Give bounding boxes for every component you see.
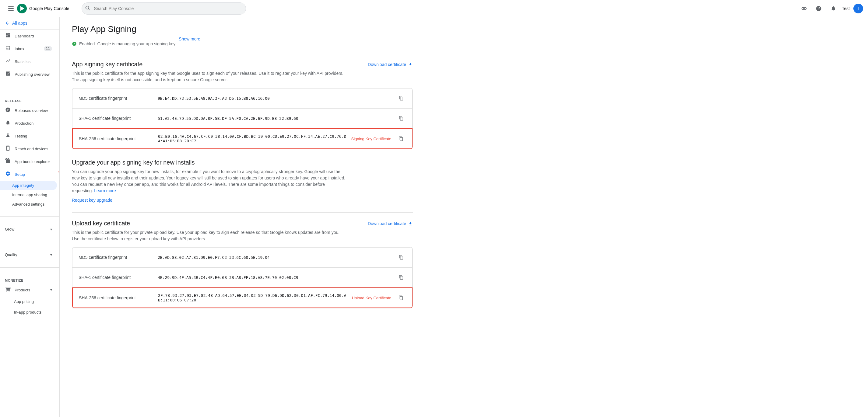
upload-section-divider [72,212,413,213]
avatar[interactable]: T [854,4,863,13]
sidebar-item-inbox[interactable]: Inbox 11 [0,42,57,55]
upload-download-icon [408,221,413,226]
sidebar-item-quality[interactable]: Quality ▾ [0,249,57,260]
testing-icon [5,133,11,139]
upload-key-title: Upload key certificate [72,220,130,227]
signing-key-desc: This is the public certificate for the a… [72,70,346,83]
testing-label: Testing [14,134,27,138]
sha1-label: SHA-1 certificate fingerprint [79,116,158,121]
upload-md5-copy-button[interactable] [396,252,406,262]
page-subtitle: Enabled Google is managing your app sign… [72,36,413,51]
signing-key-download-button[interactable]: Download certificate [368,62,413,67]
dashboard-icon [5,33,11,39]
monetize-section-label: Monetize [0,275,59,283]
svg-rect-0 [8,6,14,7]
logo: Google Play Console [17,4,69,13]
reach-devices-label: Reach and devices [14,147,49,151]
publishing-overview-label: Publishing overview [14,72,50,77]
signing-cert-table: MD5 certificate fingerprint 9B:E4:DD:73:… [72,88,413,149]
menu-icon[interactable] [5,2,17,14]
signing-download-label: Download certificate [368,62,406,67]
upload-key-desc: This is the public certificate for your … [72,229,346,242]
sidebar-sub-item-internal-app-sharing[interactable]: Internal app sharing [0,190,57,200]
upload-sha1-label: SHA-1 certificate fingerprint [79,275,158,280]
sidebar-sub-item-advanced-settings[interactable]: Advanced settings [0,200,57,209]
upload-key-download-button[interactable]: Download certificate [368,221,413,226]
release-section-label: Release [0,96,59,104]
help-icon-button[interactable] [813,2,825,14]
upload-download-label: Download certificate [368,221,406,226]
content-area: Play App Signing Enabled Google is manag… [60,17,425,325]
setup-icon [5,171,11,178]
products-expand-icon: ▾ [50,288,52,292]
upload-sha256-copy-button[interactable] [396,293,406,303]
show-more-link[interactable]: Show more [179,36,200,41]
signing-cert-row-sha256: SHA-256 certificate fingerprint 02:B0:16… [72,128,412,149]
section-divider-quality [0,242,59,242]
sidebar-item-app-bundle-explorer[interactable]: App bundle explorer [0,155,57,168]
upload-sha1-value: 4E:29:9D:4F:A5:3B:C4:4F:E0:6B:3B:A8:FF:1… [158,275,396,280]
upgrade-desc: You can upgrade your app signing key for… [72,169,346,194]
md5-label: MD5 certificate fingerprint [79,96,158,101]
signing-key-section: App signing key certificate Download cer… [72,61,413,149]
sidebar-item-app-pricing[interactable]: App pricing [0,296,57,307]
sidebar-item-publishing-overview[interactable]: Publishing overview [0,68,57,80]
upload-sha256-value: 2F:7B:93:27:93:E7:82:48:AD:64:57:EE:D4:0… [158,293,347,302]
production-label: Production [14,121,33,126]
all-apps-button[interactable]: All apps [0,17,59,30]
app-pricing-label: App pricing [5,299,34,304]
signing-key-badge: Signing Key Certificate [351,137,391,141]
signing-key-header: App signing key certificate Download cer… [72,61,413,68]
sidebar-item-releases-overview[interactable]: Releases overview [0,104,57,117]
sidebar-item-in-app-products[interactable]: In-app products [0,307,57,317]
sha256-copy-button[interactable] [396,134,406,144]
upload-cert-row-md5: MD5 certificate fingerprint 2B:AD:88:02:… [72,247,412,267]
section-divider-monetize [0,267,59,268]
advanced-settings-label: Advanced settings [12,202,44,207]
sha256-label: SHA-256 certificate fingerprint [79,136,158,141]
sidebar-item-testing[interactable]: Testing [0,130,57,142]
upload-key-badge: Upload Key Certificate [352,296,391,300]
inbox-icon [5,45,11,52]
notifications-icon-button[interactable] [827,2,839,14]
sidebar-sub-item-app-integrity[interactable]: App integrity [0,181,57,190]
sidebar-item-products[interactable]: Products ▾ [0,283,57,296]
app-integrity-label: App integrity [12,183,34,188]
sidebar-item-setup[interactable]: Setup [0,168,57,181]
svg-rect-2 [8,10,14,11]
enabled-icon [72,41,77,46]
learn-more-link[interactable]: Learn more [94,188,116,193]
app-bundle-label: App bundle explorer [14,160,50,164]
sha256-value: 02:B0:16:4A:C4:67:CF:C0:38:14:0A:CF:BD:B… [158,134,346,143]
topbar: Google Play Console Test T [0,0,868,17]
search-input[interactable] [82,2,246,14]
md5-copy-button[interactable] [396,93,406,103]
upload-cert-row-sha256: SHA-256 certificate fingerprint 2F:7B:93… [72,287,412,308]
sha1-value: 51:A2:4E:7D:55:DD:DA:8F:5B:DF:5A:F0:CA:2… [158,116,396,121]
main-content: Play App Signing Enabled Google is manag… [60,17,868,417]
request-key-upgrade-link[interactable]: Request key upgrade [72,198,112,203]
upload-md5-label: MD5 certificate fingerprint [79,255,158,260]
search-icon [85,5,90,11]
statistics-label: Statistics [14,59,30,64]
grow-expand-icon: ▾ [50,227,52,232]
sidebar-item-dashboard[interactable]: Dashboard [0,30,57,42]
grow-label: Grow [5,227,14,232]
sidebar-item-statistics[interactable]: Statistics [0,55,57,68]
sidebar-item-reach-devices[interactable]: Reach and devices [0,142,57,155]
statistics-icon [5,58,11,65]
topbar-actions: Test T [798,2,863,14]
releases-overview-icon [5,107,11,114]
link-icon-button[interactable] [798,2,810,14]
svg-line-6 [88,9,90,10]
inbox-badge: 11 [44,46,52,51]
signing-cert-row-sha1: SHA-1 certificate fingerprint 51:A2:4E:7… [72,108,412,128]
section-divider-release [0,88,59,88]
sidebar-item-grow[interactable]: Grow ▾ [0,224,57,235]
sidebar-item-production[interactable]: Production [0,117,57,130]
sha1-copy-button[interactable] [396,113,406,123]
md5-value: 9B:E4:DD:73:53:5E:A8:9A:3F:A3:D5:15:B8:A… [158,96,396,101]
upgrade-section: Upgrade your app signing key for new ins… [72,159,413,203]
enabled-label: Enabled [79,41,95,46]
upload-sha1-copy-button[interactable] [396,273,406,282]
